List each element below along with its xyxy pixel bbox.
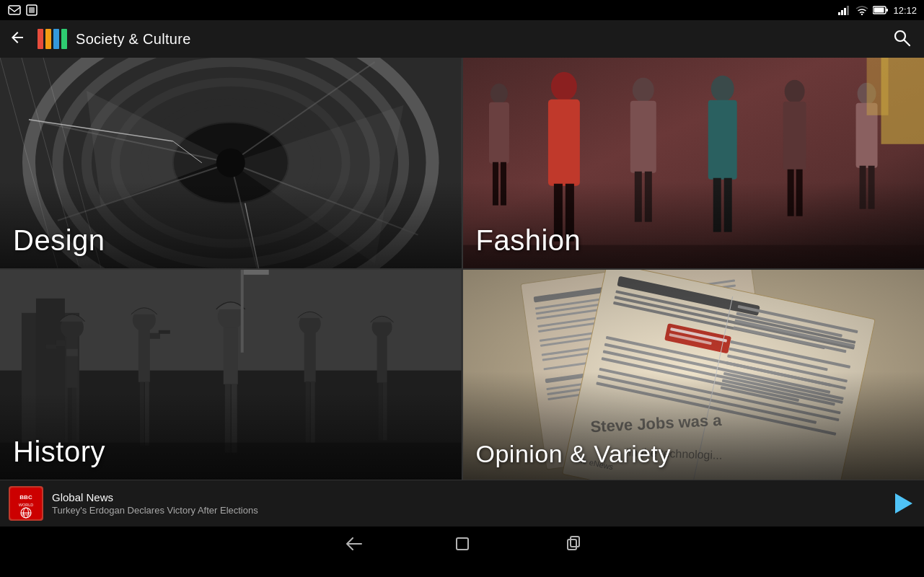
battery-icon (873, 6, 889, 14)
nav-bar (0, 527, 924, 561)
svg-text:NEWS: NEWS (22, 514, 30, 516)
svg-rect-72 (56, 340, 66, 345)
grid-cell-design[interactable]: Design (0, 58, 462, 268)
svg-rect-84 (241, 270, 244, 353)
now-playing-subtitle: Turkey's Erdogan Declares Victory After … (52, 505, 889, 516)
svg-rect-0 (9, 6, 20, 14)
svg-rect-75 (138, 330, 150, 382)
opinion-cell-label: Opinion & Variety (476, 440, 672, 468)
nav-back-button[interactable] (341, 532, 364, 555)
app-bar: Society & Culture (0, 20, 924, 58)
svg-rect-73 (46, 344, 56, 348)
nav-recents-icon (560, 532, 584, 555)
history-cell-label: History (13, 436, 105, 468)
svg-point-28 (216, 149, 245, 177)
svg-point-38 (632, 78, 654, 102)
svg-point-34 (550, 72, 576, 101)
svg-rect-9 (886, 9, 888, 12)
time-display: 12:12 (893, 5, 917, 16)
svg-rect-35 (547, 100, 579, 186)
svg-rect-85 (244, 270, 269, 275)
now-playing-bar: BBC WORLD NEWS Global News Turkey's Erdo… (0, 480, 924, 527)
svg-point-54 (490, 84, 507, 104)
svg-rect-5 (844, 8, 846, 15)
nav-recents-button[interactable] (560, 532, 584, 555)
screenshot-icon (26, 4, 38, 16)
nav-home-icon (451, 532, 474, 555)
svg-rect-79 (159, 330, 170, 333)
search-icon (892, 28, 911, 47)
svg-rect-43 (708, 100, 736, 180)
app-title: Society & Culture (76, 31, 191, 48)
svg-rect-60 (866, 58, 888, 115)
svg-rect-6 (847, 6, 849, 15)
now-playing-thumbnail: BBC WORLD NEWS (9, 486, 43, 521)
notification-icon (7, 4, 22, 16)
main-grid: Design (0, 58, 924, 480)
svg-rect-69 (66, 348, 78, 356)
now-playing-info: Global News Turkey's Erdogan Declares Vi… (52, 491, 889, 516)
svg-point-7 (861, 14, 863, 15)
svg-text:BBC: BBC (19, 494, 32, 501)
grid-cell-history[interactable]: History (0, 270, 462, 480)
svg-rect-155 (568, 539, 576, 550)
svg-rect-10 (874, 8, 884, 13)
nav-back-icon (341, 532, 364, 555)
svg-rect-78 (150, 332, 160, 338)
svg-point-46 (784, 80, 804, 103)
now-playing-title: Global News (52, 491, 889, 503)
status-bar-right: 12:12 (838, 5, 917, 16)
svg-rect-81 (224, 327, 238, 384)
back-button[interactable] (9, 29, 26, 49)
svg-text:WORLD: WORLD (19, 503, 34, 507)
play-triangle-icon (895, 493, 912, 514)
svg-line-12 (905, 40, 910, 46)
wifi-icon (855, 5, 868, 15)
svg-rect-39 (630, 101, 656, 173)
signal-icon (838, 5, 851, 15)
svg-rect-68 (66, 337, 78, 387)
nav-home-button[interactable] (451, 532, 474, 555)
grid-cell-opinion[interactable]: Steve Jobs was a 'in the technologi... t… (463, 270, 925, 480)
app-logo (38, 29, 67, 49)
status-bar: 12:12 (0, 0, 924, 20)
play-button[interactable] (889, 490, 915, 516)
svg-rect-2 (29, 7, 35, 13)
search-button[interactable] (888, 24, 915, 54)
svg-point-42 (710, 76, 734, 102)
grid-cell-fashion[interactable]: Fashion (463, 58, 925, 268)
svg-rect-47 (783, 102, 806, 170)
status-bar-left (7, 4, 38, 16)
svg-rect-3 (838, 12, 840, 15)
svg-rect-91 (377, 335, 387, 382)
bbc-logo: BBC WORLD NEWS (10, 488, 42, 519)
svg-rect-154 (457, 538, 468, 550)
design-cell-label: Design (13, 224, 105, 257)
svg-rect-156 (571, 537, 579, 547)
app-bar-left: Society & Culture (9, 29, 191, 49)
svg-rect-87 (304, 332, 316, 382)
svg-rect-55 (488, 102, 509, 164)
svg-rect-4 (841, 10, 843, 15)
fashion-cell-label: Fashion (476, 224, 581, 257)
